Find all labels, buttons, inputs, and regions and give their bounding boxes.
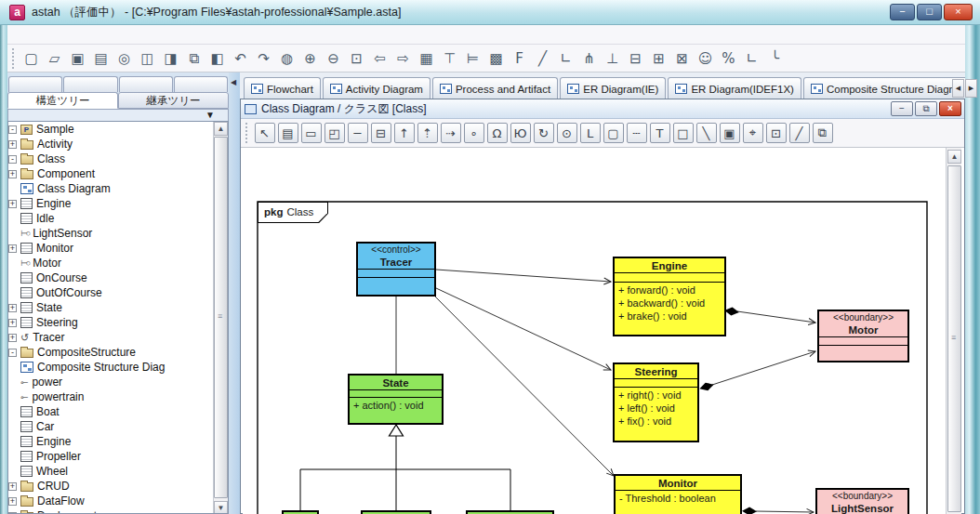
tree-expand-toggle[interactable] bbox=[8, 468, 17, 476]
tree-expand-toggle[interactable]: + bbox=[8, 304, 17, 312]
title-bar[interactable]: a astah （評価中） - [C:¥Program Files¥astah-… bbox=[0, 0, 980, 25]
diagram-tab[interactable]: Activity Diagram bbox=[323, 77, 430, 99]
view-tab[interactable] bbox=[8, 76, 62, 92]
tree-item[interactable]: + Tracer bbox=[8, 330, 228, 345]
subclass-stub[interactable] bbox=[361, 510, 431, 514]
scrollbar-thumb[interactable] bbox=[214, 137, 228, 498]
tree-item[interactable]: + CRUD bbox=[8, 479, 228, 494]
diagram-tab[interactable]: Process and Artifact bbox=[432, 77, 558, 99]
tree-expand-toggle[interactable] bbox=[8, 423, 17, 431]
tree-item[interactable]: + Engine bbox=[8, 196, 228, 211]
tree-item[interactable]: + Deployment bbox=[8, 508, 228, 514]
maximize-button[interactable]: □ bbox=[917, 4, 942, 20]
tree-expand-toggle[interactable] bbox=[8, 408, 17, 416]
tree-item[interactable]: Class Diagram bbox=[8, 181, 228, 196]
diagram-minimize-button[interactable]: − bbox=[891, 101, 913, 116]
tree-item[interactable]: Engine bbox=[8, 434, 228, 449]
tree-item[interactable]: + Monitor bbox=[8, 241, 228, 256]
package-frame-label[interactable]: pkgClass bbox=[258, 202, 328, 223]
tree-expand-toggle[interactable]: + bbox=[8, 497, 17, 506]
tree-expand-toggle[interactable] bbox=[8, 185, 17, 193]
scroll-down-icon[interactable]: ▼ bbox=[214, 501, 228, 514]
scroll-up-icon[interactable]: ▲ bbox=[947, 150, 961, 164]
class-lightsensor[interactable]: <<boundary>> LightSensor bbox=[815, 488, 909, 514]
diagram-tab[interactable]: Flowchart bbox=[244, 77, 321, 99]
class-steering[interactable]: Steering + right() : void + left() : voi… bbox=[613, 362, 699, 442]
splitter-collapse-icon[interactable]: ◀ bbox=[231, 78, 236, 86]
menu-item[interactable] bbox=[86, 25, 100, 45]
tree-item[interactable]: - Sample bbox=[8, 122, 228, 137]
tree-expand-toggle[interactable]: + bbox=[8, 482, 17, 491]
diagram-canvas[interactable]: pkgClass <<control>> Tracer Engine + for… bbox=[243, 148, 946, 514]
tree-item[interactable]: OutOfCourse bbox=[8, 285, 228, 300]
tree-expand-toggle[interactable] bbox=[8, 438, 17, 446]
diagram-tab[interactable]: Composite Structure Diagr... bbox=[803, 77, 965, 99]
panel-splitter[interactable]: ◀ bbox=[229, 72, 240, 514]
view-tab[interactable] bbox=[174, 76, 228, 92]
tree-item[interactable]: powertrain bbox=[8, 389, 228, 404]
tab-structure-tree[interactable]: 構造ツリー bbox=[7, 92, 118, 109]
class-monitor[interactable]: Monitor - Threshold : boolean bbox=[614, 474, 742, 514]
tree-expand-toggle[interactable]: - bbox=[8, 155, 17, 164]
tree-item[interactable]: - CompositeStructure bbox=[8, 345, 228, 360]
tree-item[interactable]: + Steering bbox=[8, 315, 228, 330]
tree-expand-toggle[interactable]: + bbox=[8, 140, 17, 149]
menu-item[interactable] bbox=[26, 25, 41, 45]
menu-item[interactable] bbox=[11, 25, 26, 45]
diagram-tab[interactable]: ER Diagram(IE) bbox=[560, 77, 666, 99]
view-tab[interactable] bbox=[63, 76, 117, 92]
tree-expand-toggle[interactable]: - bbox=[8, 125, 17, 134]
tree-item[interactable]: + Activity bbox=[8, 137, 228, 152]
tab-scroll-left-button[interactable]: ◀ bbox=[952, 79, 964, 98]
menu-item[interactable] bbox=[100, 25, 115, 45]
menu-item[interactable] bbox=[115, 25, 130, 45]
tree-expand-toggle[interactable]: + bbox=[8, 244, 17, 253]
tree-expand-toggle[interactable] bbox=[8, 453, 17, 461]
tree-expand-toggle[interactable]: + bbox=[8, 334, 17, 342]
diagram-tab[interactable]: ER Diagram(IDEF1X) bbox=[668, 77, 801, 99]
scroll-up-icon[interactable]: ▲ bbox=[214, 122, 228, 136]
tree-expand-toggle[interactable] bbox=[8, 289, 17, 297]
scrollbar-thumb[interactable] bbox=[947, 165, 961, 512]
close-button[interactable]: × bbox=[944, 4, 973, 20]
diagram-window-title-bar[interactable]: Class Diagram / クラス図 [Class] − ⧉ × bbox=[241, 99, 964, 119]
tree-item[interactable]: + DataFlow bbox=[8, 494, 228, 508]
tree-expand-toggle[interactable] bbox=[8, 230, 17, 238]
class-tracer[interactable]: <<control>> Tracer bbox=[356, 242, 436, 297]
tree-item[interactable]: power bbox=[8, 375, 228, 389]
tree-item[interactable]: Boat bbox=[8, 404, 228, 419]
tree-expand-toggle[interactable] bbox=[8, 378, 17, 387]
subclass-stub[interactable] bbox=[282, 510, 319, 514]
diagram-close-button[interactable]: × bbox=[939, 101, 961, 116]
tab-inheritance-tree[interactable]: 継承ツリー bbox=[118, 92, 229, 109]
minimize-button[interactable]: − bbox=[890, 4, 915, 20]
subclass-stub[interactable] bbox=[466, 510, 554, 514]
tree-item[interactable]: + State bbox=[8, 300, 228, 315]
tree-item[interactable]: LightSensor bbox=[8, 226, 228, 241]
tree-expand-toggle[interactable] bbox=[8, 259, 17, 268]
tree-item[interactable]: Idle bbox=[8, 211, 228, 226]
tree-item[interactable]: + Component bbox=[8, 166, 228, 181]
tree-item[interactable]: Car bbox=[8, 419, 228, 434]
tree-expand-toggle[interactable]: + bbox=[8, 170, 17, 178]
view-tab[interactable] bbox=[119, 76, 173, 92]
menu-item[interactable] bbox=[71, 25, 86, 45]
tree-expand-toggle[interactable] bbox=[8, 393, 17, 402]
tree-expand-toggle[interactable]: + bbox=[8, 319, 17, 327]
tree-item[interactable]: - Class bbox=[8, 152, 228, 166]
tree-item[interactable]: Motor bbox=[8, 256, 228, 270]
tree-expand-toggle[interactable] bbox=[8, 215, 17, 223]
tree-item[interactable]: Propeller bbox=[8, 449, 228, 464]
tree-expand-toggle[interactable]: + bbox=[8, 200, 17, 208]
tree-item[interactable]: Composite Structure Diag bbox=[8, 360, 228, 375]
tab-scroll-right-button[interactable]: ▶ bbox=[965, 79, 977, 98]
tree-scrollbar[interactable]: ▲ ▼ bbox=[213, 122, 228, 514]
collapse-tree-arrow-icon[interactable]: ▼ bbox=[205, 110, 215, 121]
canvas-scrollbar[interactable]: ▲ bbox=[946, 148, 961, 514]
tree-expand-toggle[interactable]: - bbox=[8, 349, 17, 357]
tree-expand-toggle[interactable] bbox=[8, 363, 17, 372]
tree-item[interactable]: OnCourse bbox=[8, 270, 228, 285]
class-motor[interactable]: <<boundary>> Motor bbox=[817, 310, 909, 362]
tree-expand-toggle[interactable] bbox=[8, 274, 17, 283]
menu-item[interactable] bbox=[56, 25, 71, 45]
